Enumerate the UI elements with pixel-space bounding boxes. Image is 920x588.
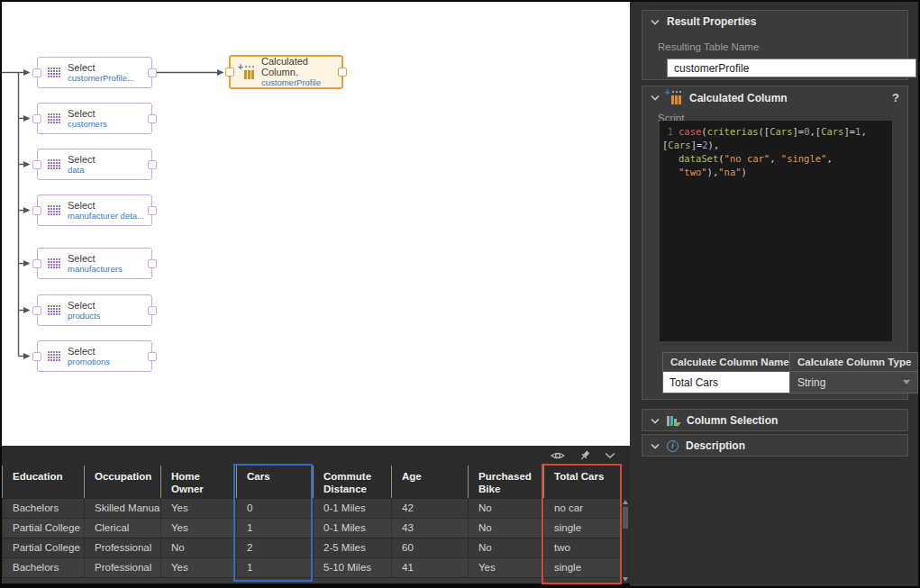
- node-select-products[interactable]: Selectproducts: [37, 294, 152, 326]
- input-port[interactable]: [32, 160, 41, 169]
- properties-panel: Result Properties Resulting Table Name +…: [630, 2, 918, 586]
- line-number: 1: [662, 125, 673, 139]
- column-header[interactable]: Education: [2, 466, 84, 498]
- result-properties-header[interactable]: Result Properties: [642, 11, 907, 32]
- column-header[interactable]: Commute Distance: [313, 466, 391, 498]
- column-name-type-grid: Calculate Column Name Calculate Column T…: [662, 352, 918, 394]
- input-port[interactable]: [32, 206, 41, 215]
- resulting-table-name-label: Resulting Table Name: [658, 41, 759, 52]
- output-port[interactable]: [148, 306, 157, 315]
- node-select-data[interactable]: Selectdata: [37, 149, 152, 180]
- select-table-icon: [48, 205, 60, 215]
- table-scrollbar[interactable]: [622, 498, 629, 583]
- column-selection-section: Column Selection: [642, 409, 908, 431]
- input-port[interactable]: [32, 259, 41, 268]
- resulting-table-name-input[interactable]: [667, 59, 916, 77]
- table-cell: No: [468, 538, 543, 557]
- output-port[interactable]: [148, 259, 157, 268]
- dataflow-canvas[interactable]: SelectcustomerProfile...SelectcustomersS…: [2, 2, 630, 446]
- column-header[interactable]: Home Owner: [160, 466, 236, 498]
- scroll-down-arrow[interactable]: [623, 577, 628, 582]
- table-cell: 41: [391, 557, 468, 577]
- node-select-manufacturer-deta[interactable]: Selectmanufacturer deta...: [37, 194, 152, 226]
- script-editor[interactable]: 1case(criterias([Cars]=0,[Cars]=1,[Cars]…: [660, 121, 892, 341]
- select-table-icon: [48, 159, 60, 169]
- table-cell: two: [543, 538, 622, 557]
- column-selection-header[interactable]: Column Selection: [642, 410, 907, 431]
- output-port[interactable]: [148, 206, 157, 215]
- table-cell: 0-1 Miles: [313, 518, 391, 538]
- output-port[interactable]: [148, 160, 157, 169]
- chevron-down-icon: [651, 95, 660, 101]
- section-title: Column Selection: [687, 414, 778, 427]
- calculate-column-name-header: Calculate Column Name: [662, 352, 790, 372]
- input-port[interactable]: [32, 114, 41, 123]
- column-header[interactable]: Total Cars: [543, 466, 622, 498]
- node-subtitle: promotions: [68, 357, 110, 367]
- scrollbar-thumb[interactable]: [623, 507, 628, 529]
- input-port[interactable]: [225, 68, 234, 77]
- calculated-column-section: + Calculated Column ? Script 1case(crite…: [642, 86, 908, 400]
- code-line: dataSet("no car", "single", "two"),"na"): [662, 152, 889, 179]
- description-header[interactable]: i Description: [642, 435, 907, 457]
- select-table-icon: [48, 68, 60, 77]
- node-subtitle: customerProfile...: [68, 73, 134, 84]
- node-select-customers[interactable]: Selectcustomers: [37, 103, 152, 134]
- calculated-column-icon: +: [667, 91, 682, 104]
- output-port[interactable]: [148, 68, 157, 77]
- collapse-panel-icon[interactable]: [605, 452, 615, 459]
- table-cell: Bachelors: [2, 557, 84, 577]
- partial-row: [2, 577, 622, 583]
- table-cell: Yes: [160, 557, 236, 577]
- node-select-customerprofile[interactable]: SelectcustomerProfile...: [37, 57, 152, 88]
- input-port[interactable]: [32, 306, 41, 315]
- node-calculated-column[interactable]: + Calculated Column. customerProfile: [229, 55, 343, 89]
- node-select-promotions[interactable]: Selectpromotions: [37, 340, 152, 372]
- dropdown-value: String: [797, 376, 825, 389]
- table-header-row: EducationOccupationHome OwnerCarsCommute…: [2, 466, 622, 498]
- calculate-column-type-header: Calculate Column Type: [790, 352, 918, 372]
- result-properties-section: Result Properties Resulting Table Name: [642, 10, 908, 80]
- calculate-column-type-dropdown[interactable]: String: [790, 372, 918, 394]
- data-preview-panel: EducationOccupationHome OwnerCarsCommute…: [2, 446, 630, 583]
- node-subtitle: manufacturer deta...: [68, 211, 144, 222]
- input-port[interactable]: [32, 68, 41, 77]
- table-cell: No: [468, 498, 543, 518]
- table-cell: No: [468, 518, 543, 538]
- column-header[interactable]: Age: [391, 466, 468, 498]
- column-header[interactable]: Cars: [236, 466, 313, 498]
- output-port[interactable]: [338, 68, 347, 77]
- node-subtitle: data: [68, 165, 96, 176]
- select-table-icon: [48, 305, 60, 315]
- table-cell: 43: [391, 518, 468, 538]
- node-title: Select: [68, 300, 100, 311]
- table-cell: Professional: [84, 557, 160, 577]
- output-port[interactable]: [148, 114, 157, 123]
- select-table-icon: [48, 351, 60, 361]
- table-cell: single: [543, 557, 622, 577]
- table-cell: 1: [236, 518, 313, 538]
- calculated-column-icon: +: [240, 66, 255, 79]
- calculate-column-name-input[interactable]: [662, 372, 790, 394]
- input-port[interactable]: [32, 352, 41, 361]
- column-header[interactable]: Occupation: [84, 466, 160, 498]
- preview-eye-icon[interactable]: [551, 450, 565, 461]
- node-select-manufacturers[interactable]: Selectmanufacturers: [37, 248, 152, 279]
- code-line: 1case(criterias([Cars]=0,[Cars]=1,[Cars]…: [662, 125, 889, 152]
- output-port[interactable]: [148, 352, 157, 361]
- help-icon[interactable]: ?: [892, 91, 899, 104]
- table-cell: 2: [236, 538, 313, 557]
- description-section: i Description: [642, 434, 908, 457]
- column-selection-icon: [667, 415, 679, 427]
- table-cell: 42: [391, 498, 468, 518]
- scroll-up-arrow[interactable]: [623, 500, 628, 504]
- column-header[interactable]: Purchased Bike: [468, 466, 543, 498]
- table-cell: Bachelors: [2, 498, 84, 518]
- table-cell: Professional: [84, 538, 160, 557]
- node-title: Select: [68, 346, 110, 357]
- table-cell: Yes: [160, 518, 236, 538]
- pin-icon[interactable]: [578, 449, 591, 462]
- table-cell: 5-10 Miles: [313, 557, 391, 577]
- table-cell: Skilled Manual: [84, 498, 160, 518]
- calculated-column-header[interactable]: + Calculated Column ?: [642, 86, 907, 109]
